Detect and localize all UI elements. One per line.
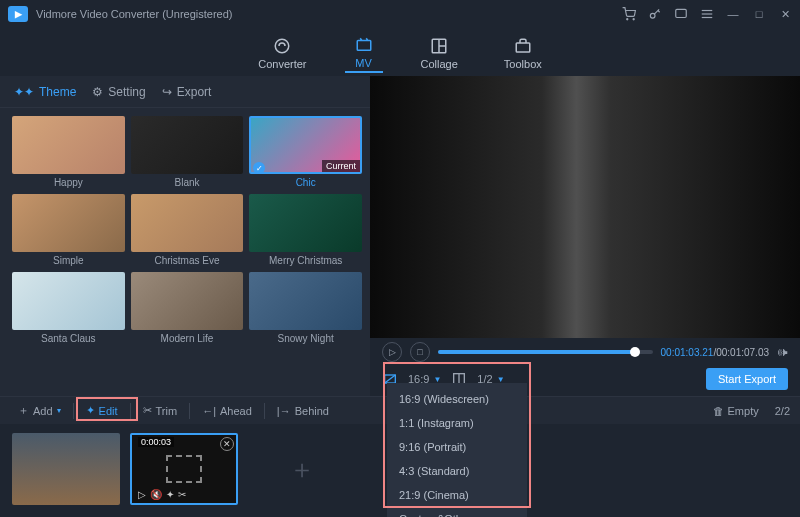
progress-bar[interactable] [438, 350, 653, 354]
tab-mv-label: MV [355, 57, 372, 69]
tab-mv[interactable]: MV [345, 34, 383, 73]
theme-item[interactable]: Christmas Eve [131, 194, 244, 266]
tab-collage[interactable]: Collage [413, 35, 466, 72]
aspect-ratio-option[interactable]: 9:16 (Portrait) [387, 435, 527, 459]
volume-icon[interactable]: 🕪 [777, 346, 788, 358]
add-button[interactable]: ＋Add ▾ [10, 400, 69, 421]
subtab-export-label: Export [177, 85, 212, 99]
theme-label: Chic [296, 177, 316, 188]
theme-item[interactable]: Current✓Chic [249, 116, 362, 188]
toolbox-icon [512, 37, 534, 55]
theme-icon: ✦✦ [14, 85, 34, 99]
key-icon[interactable] [648, 7, 662, 21]
cart-icon[interactable] [622, 7, 636, 21]
menu-icon[interactable] [700, 7, 714, 21]
svg-point-1 [633, 19, 634, 20]
empty-label: Empty [728, 405, 759, 417]
start-export-button[interactable]: Start Export [706, 368, 788, 390]
tab-toolbox-label: Toolbox [504, 58, 542, 70]
theme-label: Santa Claus [41, 333, 95, 344]
add-label: Add [33, 405, 53, 417]
maximize-icon[interactable]: □ [752, 7, 766, 21]
arrow-left-icon: ←| [202, 405, 216, 417]
main-tabs: Converter MV Collage Toolbox [0, 28, 800, 76]
svg-point-0 [627, 19, 628, 20]
preview-video[interactable] [370, 76, 800, 338]
subtab-theme[interactable]: ✦✦ Theme [14, 85, 76, 99]
aspect-ratio-option[interactable]: 4:3 (Standard) [387, 459, 527, 483]
tab-converter-label: Converter [258, 58, 306, 70]
theme-item[interactable]: Merry Christmas [249, 194, 362, 266]
mute-icon[interactable]: 🔇 [150, 489, 162, 500]
theme-label: Happy [54, 177, 83, 188]
wand-icon: ✦ [86, 404, 95, 417]
export-icon: ↪ [162, 85, 172, 99]
trash-icon: 🗑 [713, 405, 724, 417]
theme-label: Blank [174, 177, 199, 188]
clip-tool-icons: ▷ 🔇 ✦ ✂ [138, 489, 186, 500]
aspect-ratio-dropdown: 16:9 (Widescreen)1:1 (Instagram)9:16 (Po… [387, 383, 527, 517]
play-button[interactable]: ▷ [382, 342, 402, 362]
clip-1[interactable] [12, 433, 120, 505]
theme-panel: ✦✦ Theme ⚙ Setting ↪ Export HappyBlankCu… [0, 76, 370, 396]
feedback-icon[interactable] [674, 7, 688, 21]
add-clip-button[interactable]: ＋ [248, 433, 356, 505]
theme-item[interactable]: Happy [12, 116, 125, 188]
subtab-theme-label: Theme [39, 85, 76, 99]
clip-2[interactable]: 0:00:03 ✕ ▷ 🔇 ✦ ✂ [130, 433, 238, 505]
minimize-icon[interactable]: — [726, 7, 740, 21]
play-icon[interactable]: ▷ [138, 489, 146, 500]
theme-item[interactable]: Simple [12, 194, 125, 266]
mv-icon [353, 36, 375, 54]
titlebar: ▶ Vidmore Video Converter (Unregistered)… [0, 0, 800, 28]
check-icon: ✓ [253, 162, 265, 174]
current-badge: Current [322, 160, 360, 172]
ahead-label: Ahead [220, 405, 252, 417]
subtab-setting[interactable]: ⚙ Setting [92, 85, 145, 99]
scissors-icon[interactable]: ✂ [178, 489, 186, 500]
theme-thumbnail: Current✓ [249, 116, 362, 174]
clip-duration: 0:00:03 [138, 437, 174, 447]
close-icon[interactable]: ✕ [778, 7, 792, 21]
stop-button[interactable]: □ [410, 342, 430, 362]
svg-rect-8 [357, 40, 371, 50]
trim-button[interactable]: ✂Trim [135, 401, 186, 420]
theme-item[interactable]: Blank [131, 116, 244, 188]
theme-item[interactable]: Snowy Night [249, 272, 362, 344]
gear-icon: ⚙ [92, 85, 103, 99]
tab-converter[interactable]: Converter [250, 35, 314, 72]
theme-label: Snowy Night [278, 333, 334, 344]
edit-button[interactable]: ✦Edit [78, 401, 126, 420]
behind-button[interactable]: |→Behind [269, 402, 337, 420]
svg-point-2 [650, 13, 655, 18]
tab-toolbox[interactable]: Toolbox [496, 35, 550, 72]
subtab-setting-label: Setting [108, 85, 145, 99]
chevron-down-icon: ▾ [57, 406, 61, 415]
theme-thumbnail [131, 194, 244, 252]
theme-thumbnail [249, 272, 362, 330]
theme-thumbnail [12, 194, 125, 252]
subtab-export[interactable]: ↪ Export [162, 85, 212, 99]
app-title: Vidmore Video Converter (Unregistered) [36, 8, 232, 20]
aspect-ratio-option[interactable]: 21:9 (Cinema) [387, 483, 527, 507]
theme-thumbnail [131, 116, 244, 174]
theme-grid: HappyBlankCurrent✓ChicSimpleChristmas Ev… [0, 108, 370, 396]
trim-label: Trim [156, 405, 178, 417]
empty-button[interactable]: 🗑Empty [705, 402, 767, 420]
time-display: 00:01:03.21/00:01:07.03 [661, 347, 769, 358]
aspect-ratio-option[interactable]: 1:1 (Instagram) [387, 411, 527, 435]
edit-label: Edit [99, 405, 118, 417]
theme-label: Merry Christmas [269, 255, 342, 266]
wand-icon[interactable]: ✦ [166, 489, 174, 500]
theme-label: Simple [53, 255, 84, 266]
collage-icon [428, 37, 450, 55]
theme-thumbnail [249, 194, 362, 252]
theme-item[interactable]: Santa Claus [12, 272, 125, 344]
aspect-ratio-option[interactable]: 16:9 (Widescreen) [387, 387, 527, 411]
ahead-button[interactable]: ←|Ahead [194, 402, 260, 420]
theme-item[interactable]: Modern Life [131, 272, 244, 344]
preview-panel: ▷ □ 00:01:03.21/00:01:07.03 🕪 16:9 ▼ [370, 76, 800, 396]
theme-label: Christmas Eve [154, 255, 219, 266]
aspect-ratio-option[interactable]: Custom&Others [387, 507, 527, 517]
clip-remove-icon[interactable]: ✕ [220, 437, 234, 451]
